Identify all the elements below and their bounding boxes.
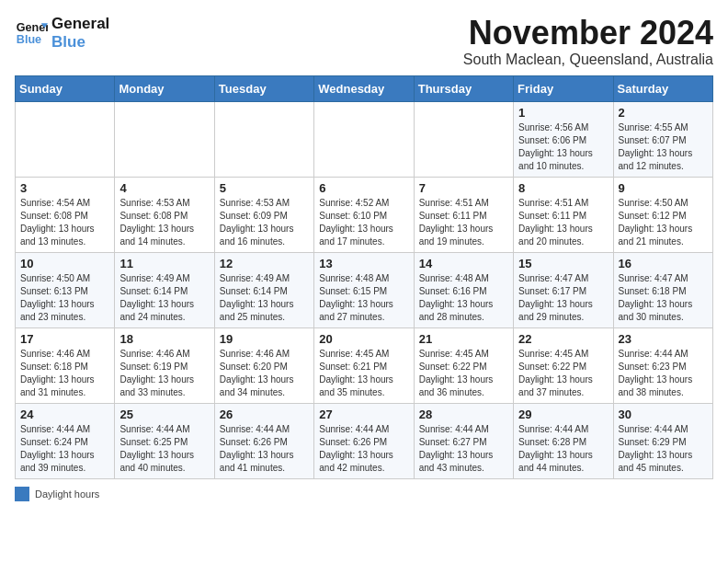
calendar-day-cell (16, 101, 115, 177)
day-number: 11 (119, 257, 209, 270)
day-info: Sunrise: 4:44 AM Sunset: 6:28 PM Dayligh… (518, 423, 608, 475)
calendar-header-tuesday: Tuesday (214, 75, 313, 101)
day-number: 4 (119, 181, 209, 195)
calendar-day-cell: 17Sunrise: 4:46 AM Sunset: 6:18 PM Dayli… (16, 327, 115, 403)
calendar-day-cell: 7Sunrise: 4:51 AM Sunset: 6:11 PM Daylig… (414, 177, 513, 252)
calendar-week-row: 17Sunrise: 4:46 AM Sunset: 6:18 PM Dayli… (16, 327, 713, 403)
calendar-day-cell (214, 101, 313, 177)
day-info: Sunrise: 4:52 AM Sunset: 6:10 PM Dayligh… (319, 197, 408, 248)
calendar-day-cell: 20Sunrise: 4:45 AM Sunset: 6:21 PM Dayli… (314, 327, 414, 403)
day-info: Sunrise: 4:44 AM Sunset: 6:26 PM Dayligh… (319, 423, 408, 475)
logo: General Blue General Blue (15, 15, 109, 52)
calendar-day-cell: 29Sunrise: 4:44 AM Sunset: 6:28 PM Dayli… (514, 403, 613, 478)
day-info: Sunrise: 4:50 AM Sunset: 6:12 PM Dayligh… (619, 197, 708, 248)
day-number: 29 (518, 408, 608, 421)
calendar-day-cell: 16Sunrise: 4:47 AM Sunset: 6:18 PM Dayli… (613, 252, 712, 327)
day-number: 25 (119, 408, 209, 421)
day-number: 23 (619, 332, 708, 346)
day-number: 27 (319, 408, 408, 421)
calendar-day-cell (115, 101, 214, 177)
day-info: Sunrise: 4:55 AM Sunset: 6:07 PM Dayligh… (619, 121, 708, 173)
calendar-week-row: 10Sunrise: 4:50 AM Sunset: 6:13 PM Dayli… (16, 252, 713, 327)
calendar-day-cell: 27Sunrise: 4:44 AM Sunset: 6:26 PM Dayli… (314, 403, 414, 478)
day-number: 1 (518, 106, 608, 120)
calendar-day-cell: 30Sunrise: 4:44 AM Sunset: 6:29 PM Dayli… (613, 403, 712, 478)
calendar-day-cell: 12Sunrise: 4:49 AM Sunset: 6:14 PM Dayli… (214, 252, 313, 327)
calendar-day-cell: 21Sunrise: 4:45 AM Sunset: 6:22 PM Dayli… (414, 327, 513, 403)
calendar-day-cell: 23Sunrise: 4:44 AM Sunset: 6:23 PM Dayli… (613, 327, 712, 403)
calendar-day-cell: 11Sunrise: 4:49 AM Sunset: 6:14 PM Dayli… (115, 252, 214, 327)
day-number: 19 (220, 332, 309, 346)
calendar-day-cell: 2Sunrise: 4:55 AM Sunset: 6:07 PM Daylig… (613, 101, 712, 177)
day-number: 14 (419, 257, 508, 270)
day-number: 3 (20, 181, 109, 195)
calendar-week-row: 3Sunrise: 4:54 AM Sunset: 6:08 PM Daylig… (16, 177, 713, 252)
location: South Maclean, Queensland, Australia (463, 52, 713, 68)
calendar-day-cell: 10Sunrise: 4:50 AM Sunset: 6:13 PM Dayli… (16, 252, 115, 327)
calendar: SundayMondayTuesdayWednesdayThursdayFrid… (15, 75, 713, 479)
day-number: 6 (319, 181, 408, 195)
day-info: Sunrise: 4:53 AM Sunset: 6:09 PM Dayligh… (220, 197, 309, 248)
calendar-day-cell: 13Sunrise: 4:48 AM Sunset: 6:15 PM Dayli… (314, 252, 414, 327)
day-number: 13 (319, 257, 408, 270)
svg-text:Blue: Blue (17, 33, 41, 46)
day-info: Sunrise: 4:46 AM Sunset: 6:20 PM Dayligh… (220, 348, 309, 399)
logo-blue: Blue (51, 33, 109, 52)
day-number: 12 (220, 257, 309, 270)
day-number: 7 (419, 181, 508, 195)
day-number: 2 (619, 106, 708, 120)
day-info: Sunrise: 4:51 AM Sunset: 6:11 PM Dayligh… (419, 197, 508, 248)
calendar-day-cell: 25Sunrise: 4:44 AM Sunset: 6:25 PM Dayli… (115, 403, 214, 478)
calendar-week-row: 24Sunrise: 4:44 AM Sunset: 6:24 PM Dayli… (16, 403, 713, 478)
day-number: 26 (220, 408, 309, 421)
day-info: Sunrise: 4:44 AM Sunset: 6:27 PM Dayligh… (419, 423, 508, 475)
day-info: Sunrise: 4:53 AM Sunset: 6:08 PM Dayligh… (119, 197, 209, 248)
day-info: Sunrise: 4:51 AM Sunset: 6:11 PM Dayligh… (518, 197, 608, 248)
day-number: 16 (619, 257, 708, 270)
calendar-day-cell: 22Sunrise: 4:45 AM Sunset: 6:22 PM Dayli… (514, 327, 613, 403)
day-number: 18 (119, 332, 209, 346)
day-info: Sunrise: 4:56 AM Sunset: 6:06 PM Dayligh… (518, 121, 608, 173)
day-number: 5 (220, 181, 309, 195)
legend: Daylight hours (15, 487, 713, 501)
day-number: 8 (518, 181, 608, 195)
calendar-day-cell: 6Sunrise: 4:52 AM Sunset: 6:10 PM Daylig… (314, 177, 414, 252)
day-number: 28 (419, 408, 508, 421)
day-info: Sunrise: 4:49 AM Sunset: 6:14 PM Dayligh… (119, 272, 209, 324)
day-number: 24 (20, 408, 109, 421)
calendar-day-cell (414, 101, 513, 177)
day-info: Sunrise: 4:54 AM Sunset: 6:08 PM Dayligh… (20, 197, 109, 248)
logo-icon: General Blue (15, 17, 48, 50)
day-info: Sunrise: 4:48 AM Sunset: 6:16 PM Dayligh… (419, 272, 508, 324)
logo-general: General (51, 15, 109, 33)
day-number: 22 (518, 332, 608, 346)
calendar-day-cell (314, 101, 414, 177)
day-info: Sunrise: 4:47 AM Sunset: 6:18 PM Dayligh… (619, 272, 708, 324)
day-number: 15 (518, 257, 608, 270)
calendar-day-cell: 19Sunrise: 4:46 AM Sunset: 6:20 PM Dayli… (214, 327, 313, 403)
calendar-header-friday: Friday (514, 75, 613, 101)
day-info: Sunrise: 4:44 AM Sunset: 6:29 PM Dayligh… (619, 423, 708, 475)
day-info: Sunrise: 4:45 AM Sunset: 6:22 PM Dayligh… (419, 348, 508, 399)
calendar-day-cell: 4Sunrise: 4:53 AM Sunset: 6:08 PM Daylig… (115, 177, 214, 252)
calendar-day-cell: 14Sunrise: 4:48 AM Sunset: 6:16 PM Dayli… (414, 252, 513, 327)
day-info: Sunrise: 4:44 AM Sunset: 6:23 PM Dayligh… (619, 348, 708, 399)
legend-label: Daylight hours (35, 488, 99, 500)
calendar-day-cell: 9Sunrise: 4:50 AM Sunset: 6:12 PM Daylig… (613, 177, 712, 252)
day-info: Sunrise: 4:44 AM Sunset: 6:26 PM Dayligh… (220, 423, 309, 475)
calendar-day-cell: 8Sunrise: 4:51 AM Sunset: 6:11 PM Daylig… (514, 177, 613, 252)
calendar-day-cell: 5Sunrise: 4:53 AM Sunset: 6:09 PM Daylig… (214, 177, 313, 252)
calendar-header-row: SundayMondayTuesdayWednesdayThursdayFrid… (16, 75, 713, 101)
title-area: November 2024 South Maclean, Queensland,… (463, 15, 713, 68)
calendar-day-cell: 26Sunrise: 4:44 AM Sunset: 6:26 PM Dayli… (214, 403, 313, 478)
day-number: 21 (419, 332, 508, 346)
calendar-header-wednesday: Wednesday (314, 75, 414, 101)
day-info: Sunrise: 4:44 AM Sunset: 6:24 PM Dayligh… (20, 423, 109, 475)
day-number: 9 (619, 181, 708, 195)
calendar-header-monday: Monday (115, 75, 214, 101)
day-info: Sunrise: 4:50 AM Sunset: 6:13 PM Dayligh… (20, 272, 109, 324)
day-info: Sunrise: 4:46 AM Sunset: 6:19 PM Dayligh… (119, 348, 209, 399)
calendar-day-cell: 24Sunrise: 4:44 AM Sunset: 6:24 PM Dayli… (16, 403, 115, 478)
day-number: 20 (319, 332, 408, 346)
calendar-header-saturday: Saturday (613, 75, 712, 101)
